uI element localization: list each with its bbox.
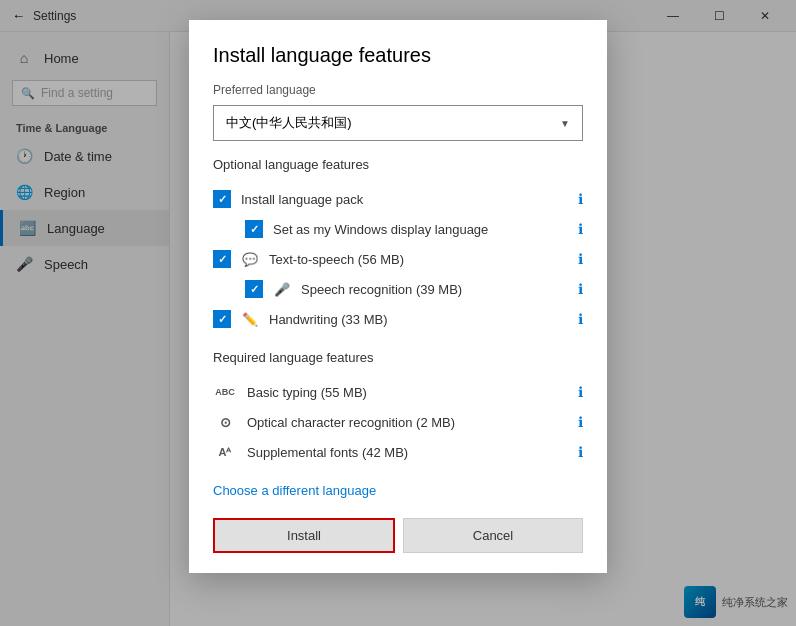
language-dropdown[interactable]: 中文(中华人民共和国) ▼ (213, 105, 583, 141)
text-to-speech-label: Text-to-speech (56 MB) (269, 252, 568, 267)
install-language-dialog: Install language features Preferred lang… (189, 20, 607, 573)
display-language-checkbox[interactable]: ✓ (245, 220, 263, 238)
display-language-info-icon[interactable]: ℹ (578, 221, 583, 237)
preferred-language-label: Preferred language (213, 83, 583, 97)
basic-typing-info-icon[interactable]: ℹ (578, 384, 583, 400)
basic-typing-label: Basic typing (55 MB) (247, 385, 568, 400)
install-language-pack-info-icon[interactable]: ℹ (578, 191, 583, 207)
settings-window: ← Settings — ☐ ✕ ⌂ Home 🔍 Find a setting… (0, 0, 796, 626)
basic-typing-icon: ABC (213, 383, 237, 401)
dialog-title: Install language features (213, 44, 583, 67)
dialog-buttons: Install Cancel (213, 518, 583, 553)
install-language-pack-label: Install language pack (241, 192, 568, 207)
handwriting-label: Handwriting (33 MB) (269, 312, 568, 327)
handwriting-checkbox[interactable]: ✓ (213, 310, 231, 328)
install-button[interactable]: Install (213, 518, 395, 553)
text-to-speech-checkbox[interactable]: ✓ (213, 250, 231, 268)
text-to-speech-icon: 💬 (241, 250, 259, 268)
handwriting-item: ✓ ✏️ Handwriting (33 MB) ℹ (213, 304, 583, 334)
install-language-pack-item: ✓ Install language pack ℹ (213, 184, 583, 214)
handwriting-icon: ✏️ (241, 310, 259, 328)
speech-recognition-info-icon[interactable]: ℹ (578, 281, 583, 297)
speech-recognition-item: ✓ 🎤 Speech recognition (39 MB) ℹ (213, 274, 583, 304)
handwriting-info-icon[interactable]: ℹ (578, 311, 583, 327)
speech-recognition-checkbox[interactable]: ✓ (245, 280, 263, 298)
dialog-overlay: Install language features Preferred lang… (0, 0, 796, 626)
basic-typing-item: ABC Basic typing (55 MB) ℹ (213, 377, 583, 407)
ocr-info-icon[interactable]: ℹ (578, 414, 583, 430)
install-language-pack-checkbox[interactable]: ✓ (213, 190, 231, 208)
cancel-button[interactable]: Cancel (403, 518, 583, 553)
required-section-heading: Required language features (213, 350, 583, 365)
supplemental-fonts-item: Aᴬ Supplemental fonts (42 MB) ℹ (213, 437, 583, 467)
speech-recognition-label: Speech recognition (39 MB) (301, 282, 568, 297)
supplemental-fonts-label: Supplemental fonts (42 MB) (247, 445, 568, 460)
text-to-speech-item: ✓ 💬 Text-to-speech (56 MB) ℹ (213, 244, 583, 274)
supplemental-fonts-info-icon[interactable]: ℹ (578, 444, 583, 460)
display-language-label: Set as my Windows display language (273, 222, 568, 237)
language-dropdown-value: 中文(中华人民共和国) (226, 114, 352, 132)
ocr-item: ⊙ Optical character recognition (2 MB) ℹ (213, 407, 583, 437)
supplemental-fonts-icon: Aᴬ (213, 443, 237, 461)
display-language-item: ✓ Set as my Windows display language ℹ (213, 214, 583, 244)
speech-recognition-icon: 🎤 (273, 280, 291, 298)
ocr-icon: ⊙ (213, 413, 237, 431)
choose-different-language-link[interactable]: Choose a different language (213, 483, 583, 498)
required-section: Required language features ABC Basic typ… (213, 350, 583, 467)
ocr-label: Optical character recognition (2 MB) (247, 415, 568, 430)
optional-section-heading: Optional language features (213, 157, 583, 172)
dropdown-arrow-icon: ▼ (560, 118, 570, 129)
text-to-speech-info-icon[interactable]: ℹ (578, 251, 583, 267)
